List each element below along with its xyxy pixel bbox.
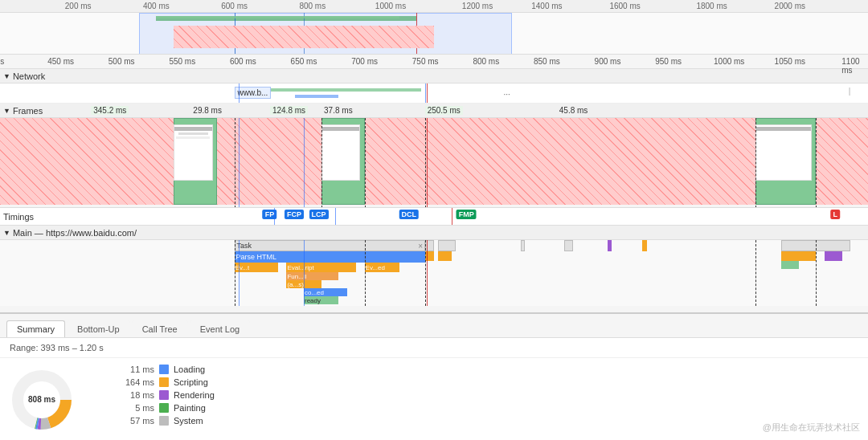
timing-fcp: FCP: [285, 210, 304, 219]
frame-white-3: [755, 124, 812, 181]
pie-chart: 808 ms: [10, 368, 74, 432]
timing-dcl: DCL: [399, 210, 420, 219]
task-bar-coded: co...ed: [304, 288, 347, 296]
legend-color-rendering: [159, 390, 169, 400]
pie-total-label: 808 ms: [28, 395, 55, 405]
frame-seg-0-label: 345.2 ms: [91, 106, 129, 115]
tab-summary[interactable]: Summary: [6, 320, 65, 337]
eval3-label: Ev...ed: [366, 264, 385, 271]
frame-block-2: [217, 118, 321, 205]
task-bar-anon: (a...s): [286, 280, 321, 288]
legend-name-rendering: Rendering: [174, 390, 215, 400]
task-small-1: [425, 240, 434, 251]
frame-white-2: [321, 124, 361, 181]
task-right-orange-2: [781, 251, 816, 261]
net-green-bar: [156, 16, 399, 18]
dtick-600: 600 ms: [230, 57, 256, 66]
dtick-850: 850 ms: [534, 57, 560, 66]
dtick-ns: ns: [0, 57, 4, 66]
frame-seg-5-label: 45.8 ms: [559, 106, 588, 115]
eval2-label: Eval...ript: [287, 264, 313, 271]
legend-color-scripting: [159, 377, 169, 387]
dtick-550: 550 ms: [169, 57, 195, 66]
network-triangle-icon: ▼: [3, 72, 10, 80]
tick-1000ms: 1000 ms: [375, 2, 406, 10]
task-right-green: [781, 261, 799, 269]
network-area: www.b... ··· |: [0, 84, 868, 104]
minimap-content[interactable]: [0, 13, 868, 55]
tab-bottom-up[interactable]: Bottom-Up: [67, 320, 130, 337]
tick-400ms: 400 ms: [143, 2, 170, 10]
legend-color-loading: [159, 365, 169, 374]
legend-item-loading: 11 ms Loading: [122, 365, 215, 374]
tick-600ms: 600 ms: [221, 2, 248, 10]
task-bar-ready: ready: [304, 296, 338, 304]
watermark: @用生命在玩弄技术社区: [763, 422, 860, 434]
network-section-header[interactable]: ▼ Network: [0, 69, 868, 84]
task-small-4: [438, 251, 451, 261]
task-right-large: [781, 240, 850, 251]
summary-content: 808 ms 11 ms Loading 164 ms Scripting 18…: [0, 358, 868, 438]
legend-ms-painting: 5 ms: [122, 403, 154, 413]
frames-header[interactable]: ▼ Frames 345.2 ms 29.8 ms 124.8 ms 37.8 …: [0, 104, 868, 118]
timing-fmp: FMP: [457, 210, 477, 219]
tab-event-log[interactable]: Event Log: [190, 320, 251, 337]
tick-800ms: 800 ms: [299, 2, 326, 10]
main-header[interactable]: ▼ Main — https://www.baidu.com/: [0, 226, 868, 240]
overview-minimap[interactable]: 200 ms 400 ms 600 ms 800 ms 1000 ms 1200…: [0, 0, 868, 55]
timing-markers-area: FP FCP LCP DCL FMP L: [48, 208, 868, 225]
dtick-1100: 1100 ms: [841, 57, 859, 75]
task-bar-fun: Fun...ll: [286, 272, 338, 280]
legend-ms-scripting: 164 ms: [122, 377, 154, 387]
tick-200ms: 200 ms: [65, 2, 92, 10]
task-right-orange-1: [642, 240, 646, 251]
task-right-purple-2: [825, 251, 842, 261]
dtick-750: 750 ms: [412, 57, 439, 66]
parse-label: Parse HTML: [236, 253, 277, 261]
network-url: www.b...: [235, 87, 272, 99]
timeline-panel: 200 ms 400 ms 600 ms 800 ms 1000 ms 1200…: [0, 0, 868, 313]
vline-timings-2: [335, 208, 336, 225]
net-bar-2: [248, 88, 421, 92]
frame-seg-2-label: 124.8 ms: [270, 106, 308, 115]
legend-item-scripting: 164 ms Scripting: [122, 377, 215, 387]
legend-color-system: [159, 416, 169, 426]
tick-1600ms: 1600 ms: [609, 2, 640, 10]
frame-seg-4-label: 250.5 ms: [425, 106, 463, 115]
legend-items: 11 ms Loading 164 ms Scripting 18 ms Ren…: [122, 365, 215, 432]
range-text: Range: 393 ms – 1.20 s: [0, 338, 868, 358]
tabs-row: Summary Bottom-Up Call Tree Event Log: [0, 314, 868, 338]
task-bars-area: Task × Parse HTML Ev...t Eval...ript Ev.…: [0, 240, 868, 306]
coded-label: co...ed: [305, 289, 324, 296]
timing-fp: FP: [263, 210, 277, 219]
dtick-1050: 1050 ms: [775, 57, 805, 66]
dtick-700: 700 ms: [351, 57, 378, 66]
dtick-500: 500 ms: [108, 57, 135, 66]
tab-call-tree[interactable]: Call Tree: [132, 320, 188, 337]
frame-block-0: [0, 118, 174, 205]
vline-timings-red: [452, 208, 452, 225]
frame-block-4: [365, 118, 755, 205]
net-right-bar: |: [849, 87, 851, 96]
task-small-3: [425, 251, 434, 261]
main-label: Main — https://www.baidu.com/: [13, 228, 137, 238]
tasks-bg: [0, 240, 868, 306]
legend-item-painting: 5 ms Painting: [122, 403, 215, 413]
frame-seg-3-label: 37.8 ms: [324, 106, 353, 115]
overview-ruler: 200 ms 400 ms 600 ms 800 ms 1000 ms 1200…: [0, 0, 868, 13]
ready-label: ready: [305, 297, 321, 304]
hatch-overview: [174, 26, 434, 48]
legend-ms-system: 57 ms: [122, 416, 154, 426]
anon-label: (a...s): [287, 281, 303, 288]
legend-ms-loading: 11 ms: [122, 365, 154, 374]
legend-color-painting: [159, 403, 169, 413]
tick-1200ms: 1200 ms: [462, 2, 493, 10]
task-bar-eval-2: Eval...ript: [286, 263, 355, 272]
tick-2000ms: 2000 ms: [775, 2, 805, 10]
detail-ruler: ns 450 ms 500 ms 550 ms 600 ms 650 ms 70…: [0, 55, 868, 69]
task-bar-eval-1: Ev...t: [235, 263, 278, 272]
task-right-2: [564, 240, 573, 251]
timings-section: Timings FP FCP LCP DCL FMP L: [0, 208, 868, 226]
dtick-1000: 1000 ms: [714, 57, 744, 66]
frame-white-1: [174, 124, 213, 181]
